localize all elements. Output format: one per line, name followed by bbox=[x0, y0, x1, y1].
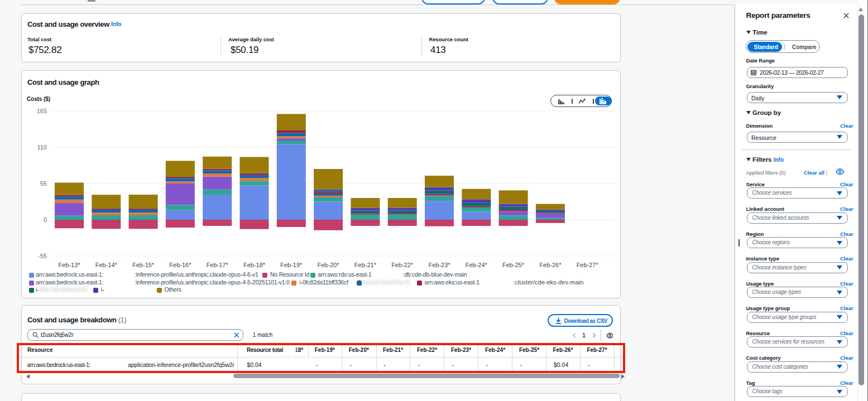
svg-text:Feb-16*: Feb-16* bbox=[169, 262, 191, 268]
svg-text:0: 0 bbox=[44, 216, 47, 223]
svg-text:Feb-20*: Feb-20* bbox=[318, 262, 340, 268]
svg-text:Feb-24*: Feb-24* bbox=[466, 262, 488, 268]
svg-text:Feb-14*: Feb-14* bbox=[95, 262, 118, 268]
svg-text:Feb-23*: Feb-23* bbox=[428, 262, 450, 268]
svg-text:Feb-26*: Feb-26* bbox=[539, 262, 562, 268]
svg-text:55: 55 bbox=[40, 180, 47, 187]
svg-text:-55: -55 bbox=[38, 253, 47, 259]
svg-text:Feb-15*: Feb-15* bbox=[132, 262, 155, 268]
svg-text:Feb-13*: Feb-13* bbox=[58, 262, 80, 268]
svg-text:Feb-22*: Feb-22* bbox=[391, 262, 414, 268]
svg-text:Feb-17*: Feb-17* bbox=[207, 262, 229, 268]
svg-text:Feb-21*: Feb-21* bbox=[354, 262, 377, 268]
svg-text:165: 165 bbox=[37, 108, 47, 114]
svg-text:Feb-25*: Feb-25* bbox=[502, 262, 525, 268]
svg-text:110: 110 bbox=[37, 144, 47, 151]
svg-text:Feb-19*: Feb-19* bbox=[280, 262, 303, 268]
svg-text:Feb-18*: Feb-18* bbox=[243, 262, 266, 268]
svg-text:Feb-27*: Feb-27* bbox=[577, 262, 599, 268]
